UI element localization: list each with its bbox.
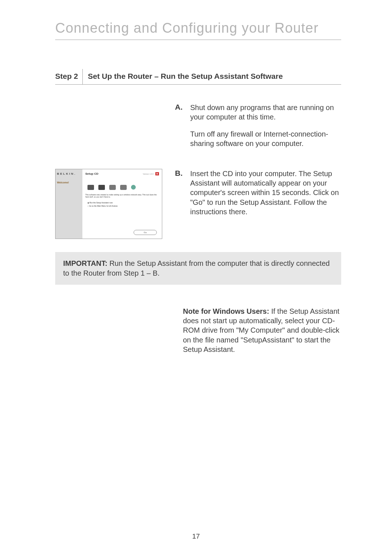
item-a-p1: Shut down any programs that are running … — [190, 103, 341, 122]
ss-version: Version 1.0.0 — [143, 173, 154, 175]
ss-wave-icon — [109, 185, 116, 190]
ss-radio2: Go to the Main Menu for all choices — [89, 205, 118, 207]
ss-globe-icon — [131, 185, 136, 190]
ss-radio1: Run the Setup Assistant now — [89, 202, 113, 204]
page-number: 17 — [0, 532, 392, 540]
ss-go-button: Go — [134, 230, 157, 235]
windows-note: Note for Windows Users: If the Setup Ass… — [183, 307, 341, 354]
item-b-text: Insert the CD into your computer. The Se… — [190, 169, 341, 224]
item-a-row: A. Shut down any programs that are runni… — [55, 103, 341, 156]
ss-welcome-label: Welcome! — [57, 181, 81, 184]
page-title: Connecting and Configuring your Router — [55, 20, 341, 40]
important-box: IMPORTANT: Run the Setup Assistant from … — [55, 252, 341, 285]
step-title: Set Up the Router – Run the Setup Assist… — [83, 69, 283, 84]
item-a-text: Shut down any programs that are running … — [190, 103, 341, 156]
ss-title: Setup CD — [85, 172, 98, 175]
ss-modem-icon — [120, 185, 127, 190]
item-b-p1: Insert the CD into your computer. The Se… — [190, 169, 341, 217]
setup-cd-screenshot: BELKIN. Welcome! Setup CD Version 1.0.0 … — [55, 169, 162, 239]
note-label: Note for Windows Users: — [183, 307, 269, 315]
step-label: Step 2 — [55, 69, 83, 84]
step-header: Step 2 Set Up the Router – Run the Setup… — [55, 69, 341, 85]
ss-icons-row — [85, 185, 159, 190]
item-b-letter: B. — [175, 169, 185, 178]
ss-router-icon — [98, 185, 105, 190]
item-a-p2: Turn off any firewall or Internet-connec… — [190, 129, 341, 149]
ss-close-icon: ✕ — [155, 172, 159, 175]
ss-monitor-icon — [87, 185, 94, 190]
ss-description: This software was created to make settin… — [85, 194, 159, 198]
ss-brand: BELKIN. — [57, 172, 81, 175]
ss-radio-options: ◉ Run the Setup Assistant now ○ Go to th… — [85, 201, 159, 208]
item-b-row: BELKIN. Welcome! Setup CD Version 1.0.0 … — [55, 169, 341, 239]
item-a-letter: A. — [175, 103, 185, 111]
important-label: IMPORTANT: — [63, 259, 107, 267]
